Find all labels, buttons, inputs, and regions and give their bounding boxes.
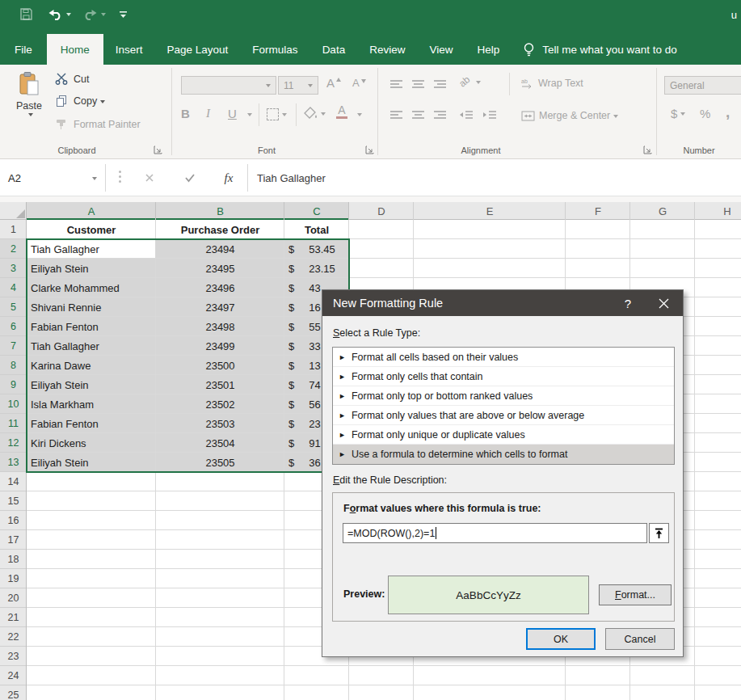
collapse-dialog-button[interactable] [649, 523, 669, 543]
grid-cell[interactable] [414, 666, 566, 685]
formula-bar-grip[interactable] [119, 171, 122, 185]
grid-cell[interactable] [27, 550, 156, 569]
grid-cell[interactable]: Fabian Fenton [27, 317, 156, 336]
grid-cell[interactable] [27, 588, 156, 608]
dialog-close-button[interactable] [647, 290, 680, 316]
align-right-button[interactable] [433, 110, 447, 120]
grid-cell[interactable]: $23.15 [284, 259, 349, 278]
font-name-combo[interactable] [181, 76, 276, 95]
rule-type-option[interactable]: ►Format all cells based on their values [333, 348, 674, 367]
grid-cell[interactable]: Eiliyah Stein [27, 375, 156, 394]
grid-cell[interactable]: 23494 [156, 239, 284, 259]
grid-cell[interactable] [349, 220, 414, 239]
underline-button[interactable]: U [228, 107, 237, 120]
name-box-dropdown-icon[interactable] [92, 177, 97, 183]
align-bottom-button[interactable] [433, 79, 447, 89]
grid-cell[interactable] [156, 647, 284, 666]
column-header[interactable]: A [27, 202, 156, 220]
grid-cell[interactable]: 23504 [156, 433, 284, 453]
borders-button[interactable] [267, 108, 287, 120]
grid-cell[interactable] [695, 336, 741, 356]
row-header[interactable]: 16 [0, 511, 27, 530]
grid-cell[interactable] [156, 569, 284, 588]
grid-cell[interactable] [156, 491, 284, 511]
row-header[interactable]: 15 [0, 491, 27, 511]
row-header[interactable]: 7 [0, 336, 27, 356]
row-header[interactable]: 21 [0, 608, 27, 627]
grid-cell[interactable] [156, 550, 284, 569]
ok-button[interactable]: OK [526, 628, 596, 650]
merge-center-button[interactable]: Merge & Center [521, 110, 618, 121]
customize-quick-access-icon[interactable] [119, 10, 128, 19]
enter-entry-button[interactable] [176, 164, 204, 192]
shrink-font-button[interactable]: A [352, 77, 367, 89]
column-header[interactable]: F [566, 202, 630, 220]
dialog-help-button[interactable]: ? [612, 290, 644, 316]
column-header[interactable]: D [349, 202, 414, 220]
grid-cell[interactable] [695, 511, 741, 530]
grid-cell[interactable] [630, 220, 695, 239]
grid-cell[interactable]: Total [284, 220, 349, 239]
grid-cell[interactable]: Customer [27, 220, 156, 239]
formula-bar-value[interactable]: Tiah Gallagher [257, 164, 326, 192]
grid-cell[interactable] [695, 394, 741, 414]
wrap-text-button[interactable]: ab Wrap Text [521, 78, 583, 89]
percent-format-button[interactable]: % [700, 107, 710, 120]
align-center-button[interactable] [411, 110, 425, 120]
grid-cell[interactable]: 23495 [156, 259, 284, 278]
grid-cell[interactable] [695, 608, 741, 627]
grid-cell[interactable] [284, 685, 349, 700]
grid-cell[interactable] [414, 685, 566, 700]
format-painter-button[interactable]: Format Painter [55, 118, 141, 131]
grid-cell[interactable] [284, 666, 349, 685]
grid-cell[interactable] [566, 239, 630, 259]
grid-cell[interactable]: Tiah Gallagher [27, 336, 156, 356]
grid-cell[interactable] [695, 472, 741, 491]
grid-cell[interactable] [27, 511, 156, 530]
tab-home[interactable]: Home [47, 34, 103, 65]
grid-cell[interactable] [695, 220, 741, 239]
comma-format-button[interactable]: , [726, 103, 730, 121]
row-header[interactable]: 17 [0, 530, 27, 550]
grid-cell[interactable]: Kiri Dickens [27, 433, 156, 453]
tab-formulas[interactable]: Formulas [240, 34, 309, 65]
grid-cell[interactable] [566, 666, 630, 685]
grid-cell[interactable]: Shivani Rennie [27, 297, 156, 317]
grid-cell[interactable]: Clarke Mohammed [27, 278, 156, 297]
copy-button[interactable]: Copy [55, 95, 105, 108]
grid-cell[interactable] [630, 666, 695, 685]
align-top-button[interactable] [389, 79, 403, 89]
grid-cell[interactable] [630, 685, 695, 700]
row-header[interactable]: 2 [0, 239, 27, 259]
fill-color-button[interactable] [304, 107, 326, 120]
row-header[interactable]: 1 [0, 220, 27, 239]
tab-insert[interactable]: Insert [103, 34, 155, 65]
grid-cell[interactable] [695, 627, 741, 647]
decrease-indent-button[interactable] [459, 110, 474, 120]
grid-cell[interactable] [695, 356, 741, 375]
grid-cell[interactable] [695, 453, 741, 472]
grid-cell[interactable]: Tiah Gallagher [27, 239, 156, 259]
grid-cell[interactable] [695, 550, 741, 569]
grid-cell[interactable] [695, 588, 741, 608]
accounting-format-button[interactable]: $ [671, 107, 685, 120]
column-header[interactable]: C [284, 202, 349, 220]
row-header[interactable]: 5 [0, 297, 27, 317]
formula-input[interactable]: =MOD(ROW(),2)=1 [343, 523, 647, 543]
grid-cell[interactable] [566, 685, 630, 700]
grid-cell[interactable] [27, 569, 156, 588]
number-format-combo[interactable]: General [664, 76, 741, 95]
align-middle-button[interactable] [411, 79, 425, 89]
grid-cell[interactable] [156, 511, 284, 530]
grid-cell[interactable] [695, 666, 741, 685]
grid-cell[interactable] [695, 433, 741, 453]
orientation-button[interactable]: ab [459, 76, 481, 87]
row-header[interactable]: 25 [0, 685, 27, 700]
tab-help[interactable]: Help [465, 34, 512, 65]
column-header[interactable]: H [695, 202, 741, 220]
grid-cell[interactable] [349, 666, 414, 685]
grid-cell[interactable] [695, 491, 741, 511]
grid-cell[interactable] [156, 608, 284, 627]
grid-cell[interactable] [156, 588, 284, 608]
row-header[interactable]: 14 [0, 472, 27, 491]
